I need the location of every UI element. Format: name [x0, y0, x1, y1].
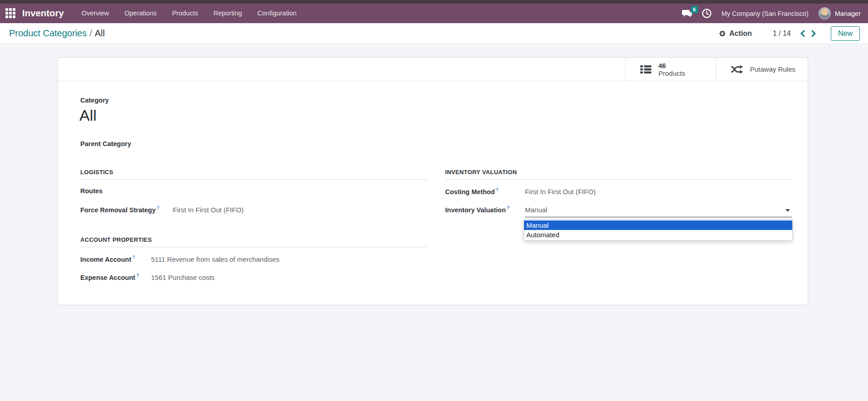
action-label: Action — [729, 29, 752, 38]
app-name[interactable]: Inventory — [22, 8, 64, 19]
dropdown-option-manual[interactable]: Manual — [524, 220, 792, 230]
products-stat-button[interactable]: 46 Products — [625, 58, 716, 81]
menu-operations[interactable]: Operations — [117, 4, 164, 23]
apps-grid-icon[interactable] — [5, 8, 16, 19]
inventory-valuation-group: INVENTORY VALUATION Costing Method? Firs… — [445, 169, 792, 217]
navbar-right: 6 My Company (San Francisco) Manager — [682, 7, 863, 20]
user-name: Manager — [835, 10, 861, 17]
form-statusbar: 46 Products — [58, 58, 808, 81]
breadcrumb: Product Categories/All — [9, 28, 105, 39]
content-area: 46 Products — [0, 44, 868, 401]
user-avatar — [819, 7, 831, 20]
shuffle-icon — [731, 65, 743, 74]
routes-field-label: Routes — [80, 187, 173, 195]
menu-products[interactable]: Products — [164, 4, 206, 23]
activities-clock-icon[interactable] — [702, 9, 711, 18]
control-panel: Product Categories/All Action 1 / 14 — [0, 23, 868, 44]
account-properties-section-title: ACCOUNT PROPERTIES — [80, 236, 427, 247]
force-removal-field-row: Force Removal Strategy? First In First O… — [80, 205, 427, 214]
pager: 1 / 14 — [773, 29, 816, 38]
inventory-valuation-dropdown: Manual Automated — [524, 219, 793, 241]
pager-previous-icon[interactable] — [800, 30, 805, 37]
putaway-rules-stat-button[interactable]: Putaway Rules — [716, 58, 808, 81]
action-menu-button[interactable]: Action — [719, 29, 752, 38]
products-stat-text: 46 Products — [658, 62, 685, 77]
inventory-valuation-field-label: Inventory Valuation? — [445, 205, 525, 214]
dropdown-option-automated[interactable]: Automated — [524, 230, 792, 240]
window-top-strip — [0, 0, 868, 4]
inventory-valuation-select[interactable]: Manual — [525, 206, 792, 217]
list-icon — [640, 65, 652, 74]
help-question-icon: ? — [136, 273, 139, 278]
gear-icon — [719, 30, 726, 37]
logistics-group: LOGISTICS Routes Force Removal Strategy?… — [80, 169, 427, 214]
form-body: Category All Parent Category LOGISTICS R… — [58, 81, 808, 305]
force-removal-field-value[interactable]: First In First Out (FIFO) — [173, 206, 427, 214]
help-question-icon: ? — [132, 255, 135, 260]
pager-arrows — [800, 30, 816, 37]
user-menu[interactable]: Manager — [819, 7, 861, 20]
routes-field-row: Routes — [80, 187, 427, 196]
products-label: Products — [658, 69, 685, 77]
company-switcher[interactable]: My Company (San Francisco) — [721, 10, 809, 17]
help-question-icon: ? — [157, 205, 159, 210]
navbar-left: Inventory Overview Operations Products R… — [5, 4, 304, 23]
main-navbar: Inventory Overview Operations Products R… — [0, 4, 868, 23]
odoo-inventory-page: Inventory Overview Operations Products R… — [0, 0, 868, 401]
pager-value[interactable]: 1 / 14 — [773, 29, 791, 38]
income-account-field-value[interactable]: 5111 Revenue from sales of merchandises — [151, 255, 427, 263]
help-question-icon: ? — [507, 205, 510, 210]
navbar-menu: Overview Operations Products Reporting C… — [74, 4, 304, 23]
menu-overview[interactable]: Overview — [74, 4, 117, 23]
inventory-valuation-selected-value: Manual — [525, 206, 547, 214]
parent-category-field-label: Parent Category — [80, 140, 131, 147]
breadcrumb-current: All — [95, 28, 105, 38]
putaway-label: Putaway Rules — [750, 65, 795, 73]
control-panel-right: Action 1 / 14 New — [719, 26, 860, 41]
menu-reporting[interactable]: Reporting — [206, 4, 250, 23]
new-button[interactable]: New — [831, 26, 860, 41]
income-account-field-label: Income Account? — [80, 255, 151, 263]
income-account-field-row: Income Account? 5111 Revenue from sales … — [80, 255, 427, 264]
inventory-valuation-field-row: Inventory Valuation? Manual — [445, 205, 792, 217]
category-name-field[interactable]: All — [79, 107, 97, 124]
products-count: 46 — [658, 62, 666, 69]
messages-icon[interactable]: 6 — [682, 10, 692, 18]
pager-next-icon[interactable] — [811, 30, 816, 37]
costing-method-field-value[interactable]: First In First Out (FIFO) — [525, 188, 792, 196]
costing-method-field-label: Costing Method? — [445, 187, 525, 196]
expense-account-field-row: Expense Account? 1561 Purchase costs — [80, 273, 427, 282]
form-sheet: 46 Products — [57, 57, 808, 305]
costing-method-field-row: Costing Method? First In First Out (FIFO… — [445, 187, 792, 196]
expense-account-field-value[interactable]: 1561 Purchase costs — [151, 274, 427, 281]
logistics-section-title: LOGISTICS — [80, 169, 427, 180]
help-question-icon: ? — [496, 187, 499, 192]
breadcrumb-product-categories[interactable]: Product Categories — [9, 28, 87, 38]
expense-account-field-label: Expense Account? — [80, 273, 151, 281]
menu-configuration[interactable]: Configuration — [250, 4, 304, 23]
chevron-down-icon — [785, 209, 790, 212]
force-removal-field-label: Force Removal Strategy? — [80, 205, 173, 214]
breadcrumb-separator: / — [87, 28, 95, 38]
inventory-valuation-section-title: INVENTORY VALUATION — [445, 169, 792, 180]
account-properties-group: ACCOUNT PROPERTIES Income Account? 5111 … — [80, 236, 427, 282]
messages-count-badge: 6 — [691, 6, 698, 13]
category-field-label: Category — [80, 97, 109, 104]
